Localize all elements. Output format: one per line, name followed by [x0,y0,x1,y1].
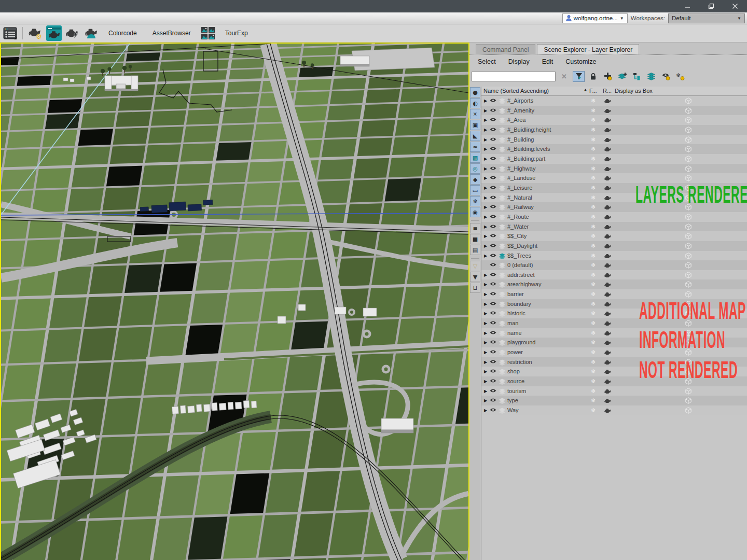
column-frozen[interactable]: F... [589,88,597,94]
expand-arrow-icon[interactable]: ▶ [484,225,487,229]
hide-by-coin-button[interactable] [660,71,672,82]
display-containers-icon[interactable]: ▭ [470,185,480,195]
visibility-eye-icon[interactable] [490,388,496,393]
render-teapot-icon[interactable] [604,195,611,201]
layer-row-source[interactable]: ▶source❄ [481,376,747,386]
layer-row-name[interactable]: ▶name❄ [481,328,747,338]
display-as-box-icon[interactable] [685,204,691,211]
display-as-box-icon[interactable] [685,397,691,404]
render-teapot-icon[interactable] [604,379,611,384]
frozen-snowflake-icon[interactable]: ❄ [591,194,596,201]
user-account-button[interactable]: wolfgang.ortne... ▼ [562,13,628,23]
layer-row-boundary[interactable]: ▶boundary❄ [481,299,747,309]
frozen-snowflake-icon[interactable]: ❄ [591,272,596,278]
column-render[interactable]: R... [603,88,612,94]
display-as-box-icon[interactable] [685,233,691,240]
layer-row-area-highway[interactable]: ▶area:highway❄ [481,279,747,289]
filter-disabled-icon[interactable]: ▽ [470,261,480,271]
menu-select[interactable]: Select [478,58,496,65]
assetbrowser-button[interactable]: AssetBrowser [146,30,197,37]
visibility-eye-icon[interactable] [490,127,496,132]
solid-color-view-icon[interactable]: ■ [470,234,480,244]
display-frozen-icon[interactable]: ❄ [470,196,480,206]
table-header[interactable]: Name (Sorted Ascending) ▲ F... R... Disp… [481,87,747,96]
render-teapot-icon[interactable] [604,233,611,239]
new-layer-button[interactable] [616,71,628,82]
visibility-eye-icon[interactable] [490,330,496,335]
render-teapot-icon[interactable] [604,204,611,210]
render-teapot-icon[interactable] [604,330,611,336]
expand-arrow-icon[interactable]: ▶ [484,254,487,258]
layer-row-building-levels[interactable]: ▶#_Building:levels❄ [481,144,747,154]
layer-row-playground[interactable]: ▶playground❄ [481,338,747,347]
display-as-box-icon[interactable] [685,185,691,191]
layer-row-type[interactable]: ▶type❄ [481,396,747,405]
visibility-eye-icon[interactable] [490,233,496,238]
layer-row-amenity[interactable]: ▶#_Amenity❄ [481,106,747,116]
expand-arrow-icon[interactable]: ▶ [484,128,487,132]
workspace-select[interactable]: Default ▼ [668,13,745,23]
visibility-eye-icon[interactable] [490,243,496,248]
layer-row-0-default[interactable]: 0 (default)❄ [481,260,747,270]
display-objects-icon[interactable]: ◆ [470,174,480,185]
visibility-eye-icon[interactable] [490,379,496,383]
frozen-snowflake-icon[interactable]: ❄ [591,146,596,152]
render-teapot-icon[interactable] [604,301,611,307]
display-as-box-icon[interactable] [685,243,691,249]
display-as-box-icon[interactable] [685,107,691,114]
render-teapot-icon[interactable] [604,262,611,268]
expand-arrow-icon[interactable]: ▶ [484,369,487,374]
visibility-eye-icon[interactable] [490,98,496,103]
frozen-snowflake-icon[interactable]: ❄ [591,291,596,298]
display-as-box-icon[interactable] [685,301,691,307]
layer-row-shop[interactable]: ▶shop❄ [481,367,747,376]
render-teapot-icon[interactable] [604,156,611,162]
render-teapot-icon[interactable] [604,137,611,143]
render-teapot-icon[interactable] [604,127,611,133]
visibility-eye-icon[interactable] [490,398,496,402]
layer-row-restriction[interactable]: ▶restriction❄ [481,357,747,367]
display-as-box-icon[interactable] [685,339,691,346]
display-spacewarps-icon[interactable]: ≈ [470,142,480,152]
expand-arrow-icon[interactable]: ▶ [484,244,487,248]
layer-row-city[interactable]: ▶$$_City❄ [481,231,747,241]
expand-arrow-icon[interactable]: ▶ [484,292,487,297]
frozen-snowflake-icon[interactable]: ❄ [591,330,596,337]
search-input[interactable] [472,72,556,81]
close-button[interactable] [723,0,747,12]
display-as-box-icon[interactable] [685,262,691,269]
layer-row-man[interactable]: ▶man❄ [481,318,747,328]
maximize-button[interactable] [699,0,723,12]
display-as-box-icon[interactable] [685,359,691,366]
layer-row-leisure[interactable]: ▶#_Leisure❄ [481,183,747,193]
column-name[interactable]: Name (Sorted Ascending) [483,88,549,94]
frozen-snowflake-icon[interactable]: ❄ [591,281,596,288]
expand-arrow-icon[interactable]: ▶ [484,99,487,103]
rendered-frame-button[interactable] [46,25,62,41]
render-teapot-icon[interactable] [604,108,611,114]
properties-view-icon[interactable]: ≡ [470,223,480,233]
display-as-box-icon[interactable] [685,378,691,385]
render-teapot-icon[interactable] [604,117,611,123]
render-teapot-icon[interactable] [604,175,611,181]
frozen-snowflake-icon[interactable]: ❄ [591,262,596,269]
display-as-box-icon[interactable] [685,272,691,278]
layer-row-building[interactable]: ▶#_Building❄ [481,135,747,145]
render-teapot-icon[interactable] [604,224,611,230]
expand-arrow-icon[interactable]: ▶ [484,166,487,171]
expand-arrow-icon[interactable]: ▶ [484,360,487,365]
expand-arrow-icon[interactable]: ▶ [484,379,487,384]
visibility-eye-icon[interactable] [490,204,496,209]
visibility-eye-icon[interactable] [490,282,496,286]
menu-display[interactable]: Display [508,58,530,65]
display-as-box-icon[interactable] [685,156,691,162]
display-as-box-icon[interactable] [685,136,691,143]
display-as-box-icon[interactable] [685,253,691,259]
layer-row-natural[interactable]: ▶#_Natural❄ [481,193,747,203]
display-bones-icon[interactable]: ◎ [470,163,480,174]
colorcode-button[interactable]: Colorcode [102,30,143,37]
expand-arrow-icon[interactable]: ▶ [484,311,487,316]
visibility-eye-icon[interactable] [490,291,496,296]
visibility-eye-icon[interactable] [490,166,496,171]
display-cameras-icon[interactable]: ▣ [470,120,480,130]
